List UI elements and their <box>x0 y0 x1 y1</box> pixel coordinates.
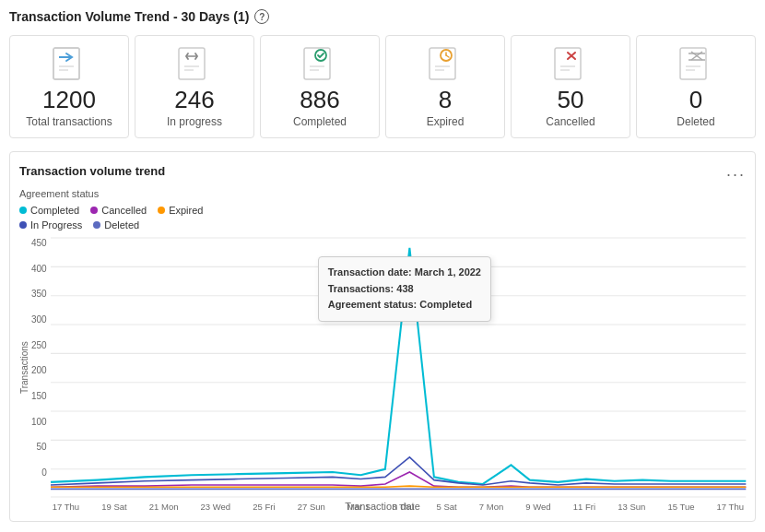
stat-card-expired: 8 Expired <box>385 35 505 138</box>
stat-number-expired: 8 <box>439 88 452 112</box>
send-icon <box>47 45 91 82</box>
y-axis-title: Transactions <box>19 238 29 497</box>
main-container: Transaction Volume Trend - 30 Days (1) ?… <box>0 0 765 532</box>
stat-label-total: Total transactions <box>26 115 112 128</box>
svg-line-18 <box>446 55 449 57</box>
stat-number-in_progress: 246 <box>174 88 214 112</box>
legend-dot <box>93 221 100 229</box>
delete-icon <box>674 45 718 82</box>
chart-menu-button[interactable]: ... <box>726 161 746 181</box>
stat-label-in_progress: In progress <box>167 115 222 128</box>
stat-card-cancelled: 50 Cancelled <box>511 35 630 138</box>
chart-section: Transaction volume trend ... Agreement s… <box>9 151 756 522</box>
legend-item-deleted: Deleted <box>93 219 139 231</box>
stat-label-deleted: Deleted <box>677 115 714 128</box>
stat-number-total: 1200 <box>42 88 96 112</box>
stat-label-cancelled: Cancelled <box>546 115 594 128</box>
legend-dot <box>19 221 27 229</box>
stat-cards-row: 1200 Total transactions 246 In progress … <box>9 35 756 138</box>
help-icon[interactable]: ? <box>254 9 269 24</box>
chart-header: Transaction volume trend ... <box>19 161 746 181</box>
legend-item-in-progress: In Progress <box>19 219 82 231</box>
chart-plot-area: Transaction date: March 1, 2022 Transact… <box>51 238 746 497</box>
x-axis-labels: 17 Thu 19 Sat 21 Mon 23 Wed 25 Fri 27 Su… <box>51 502 746 512</box>
clock-icon <box>423 45 467 82</box>
legend-item-expired: Expired <box>158 205 203 216</box>
stat-label-expired: Expired <box>427 115 465 128</box>
page-title-section: Transaction Volume Trend - 30 Days (1) ? <box>9 9 756 24</box>
legend-item-cancelled: Cancelled <box>90 205 147 216</box>
stat-card-in_progress: 246 In progress <box>135 35 254 138</box>
stat-label-completed: Completed <box>293 115 347 128</box>
chart-svg <box>51 238 746 497</box>
chart-with-yaxis: Transactions 450 400 350 300 250 200 150… <box>19 238 746 497</box>
stat-number-cancelled: 50 <box>558 88 584 112</box>
stat-number-deleted: 0 <box>689 88 702 112</box>
stat-number-completed: 886 <box>300 88 339 112</box>
legend-row-1: CompletedCancelledExpired <box>19 205 746 216</box>
svg-rect-5 <box>179 48 205 79</box>
stat-card-total: 1200 Total transactions <box>9 35 129 138</box>
y-axis: 450 400 350 300 250 200 150 100 50 0 <box>31 238 51 478</box>
legend-title: Agreement status <box>19 188 746 199</box>
legend-item-completed: Completed <box>19 205 79 216</box>
check-icon <box>298 45 342 82</box>
legend-dot <box>19 207 27 214</box>
chart-legend: Agreement status CompletedCancelledExpir… <box>19 188 746 231</box>
stat-card-completed: 886 Completed <box>260 35 380 138</box>
legend-dot <box>158 207 165 214</box>
legend-dot <box>90 207 98 214</box>
chart-title: Transaction volume trend <box>19 164 165 178</box>
page-title: Transaction Volume Trend - 30 Days (1) <box>9 9 249 24</box>
exchange-icon <box>172 45 217 82</box>
x-icon <box>548 45 593 82</box>
stat-card-deleted: 0 Deleted <box>636 35 756 138</box>
legend-row-2: In ProgressDeleted <box>19 219 746 231</box>
